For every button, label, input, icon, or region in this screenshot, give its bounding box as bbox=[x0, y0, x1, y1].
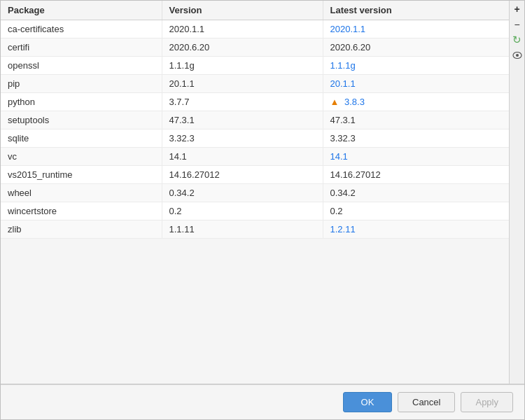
package-cell: vc bbox=[1, 148, 162, 166]
latest-version-cell: 14.16.27012 bbox=[323, 166, 509, 184]
table-row[interactable]: python3.7.7▲ 3.8.3 bbox=[1, 93, 509, 111]
apply-button[interactable]: Apply bbox=[461, 392, 513, 412]
package-cell: setuptools bbox=[1, 111, 162, 130]
table-row[interactable]: zlib1.1.111.2.11 bbox=[1, 220, 509, 239]
remove-package-button[interactable]: − bbox=[510, 18, 524, 31]
latest-version-cell: 3.32.3 bbox=[323, 130, 509, 148]
table-row[interactable]: vs2015_runtime14.16.2701214.16.27012 bbox=[1, 166, 509, 184]
svg-point-1 bbox=[516, 54, 519, 57]
package-cell: pip bbox=[1, 75, 162, 93]
table-row[interactable]: vc14.114.1 bbox=[1, 148, 509, 166]
table-area: Package Version Latest version ca-certif… bbox=[1, 1, 524, 384]
package-cell: vs2015_runtime bbox=[1, 166, 162, 184]
latest-version-cell: 1.1.1g bbox=[323, 57, 509, 75]
eye-button[interactable] bbox=[510, 48, 524, 62]
col-header-version: Version bbox=[162, 1, 323, 20]
version-cell: 3.7.7 bbox=[162, 93, 323, 111]
latest-version-link[interactable]: 1.1.1g bbox=[330, 60, 356, 71]
upgrade-icon: ▲ bbox=[330, 97, 342, 107]
package-cell: openssl bbox=[1, 57, 162, 75]
table-row[interactable]: openssl1.1.1g1.1.1g bbox=[1, 57, 509, 75]
latest-version-link[interactable]: 14.1 bbox=[330, 151, 348, 162]
table-row[interactable]: certifi2020.6.202020.6.20 bbox=[1, 38, 509, 57]
package-cell: wheel bbox=[1, 184, 162, 202]
ok-button[interactable]: OK bbox=[343, 392, 392, 412]
version-cell: 2020.6.20 bbox=[162, 38, 323, 57]
packages-table: Package Version Latest version ca-certif… bbox=[1, 1, 509, 239]
latest-version-cell: 0.2 bbox=[323, 202, 509, 220]
version-cell: 1.1.11 bbox=[162, 220, 323, 239]
package-cell: python bbox=[1, 93, 162, 111]
latest-version-cell: 0.34.2 bbox=[323, 184, 509, 202]
latest-version-cell: 2020.6.20 bbox=[323, 38, 509, 57]
add-package-button[interactable]: + bbox=[510, 2, 524, 16]
version-cell: 1.1.1g bbox=[162, 57, 323, 75]
latest-version-cell: 1.2.11 bbox=[323, 220, 509, 239]
latest-version-cell: 2020.1.1 bbox=[323, 20, 509, 38]
version-cell: 0.2 bbox=[162, 202, 323, 220]
package-cell: sqlite bbox=[1, 130, 162, 148]
version-cell: 20.1.1 bbox=[162, 75, 323, 93]
version-cell: 3.32.3 bbox=[162, 130, 323, 148]
table-row[interactable]: pip20.1.120.1.1 bbox=[1, 75, 509, 93]
version-cell: 14.16.27012 bbox=[162, 166, 323, 184]
latest-version-cell: 47.3.1 bbox=[323, 111, 509, 130]
version-cell: 0.34.2 bbox=[162, 184, 323, 202]
table-row[interactable]: setuptools47.3.147.3.1 bbox=[1, 111, 509, 130]
right-panel: + − ↻ bbox=[509, 1, 524, 384]
col-header-latest: Latest version bbox=[323, 1, 509, 20]
main-container: Package Version Latest version ca-certif… bbox=[0, 0, 525, 420]
table-row[interactable]: sqlite3.32.33.32.3 bbox=[1, 130, 509, 148]
version-cell: 47.3.1 bbox=[162, 111, 323, 130]
latest-version-link[interactable]: 20.1.1 bbox=[330, 78, 356, 89]
version-cell: 2020.1.1 bbox=[162, 20, 323, 38]
package-cell: wincertstore bbox=[1, 202, 162, 220]
version-cell: 14.1 bbox=[162, 148, 323, 166]
package-cell: zlib bbox=[1, 220, 162, 239]
footer: OK Cancel Apply bbox=[1, 384, 524, 419]
table-row[interactable]: wheel0.34.20.34.2 bbox=[1, 184, 509, 202]
table-row[interactable]: ca-certificates2020.1.12020.1.1 bbox=[1, 20, 509, 38]
latest-version-cell: 14.1 bbox=[323, 148, 509, 166]
latest-version-link[interactable]: 2020.1.1 bbox=[330, 24, 366, 34]
latest-version-value: 3.8.3 bbox=[344, 97, 365, 107]
refresh-button[interactable]: ↻ bbox=[510, 33, 524, 47]
col-header-package: Package bbox=[1, 1, 162, 20]
cancel-button[interactable]: Cancel bbox=[398, 392, 455, 412]
table-row[interactable]: wincertstore0.20.2 bbox=[1, 202, 509, 220]
package-cell: ca-certificates bbox=[1, 20, 162, 38]
latest-version-cell: 20.1.1 bbox=[323, 75, 509, 93]
latest-version-cell: ▲ 3.8.3 bbox=[323, 93, 509, 111]
package-cell: certifi bbox=[1, 38, 162, 57]
table-wrapper[interactable]: Package Version Latest version ca-certif… bbox=[1, 1, 509, 384]
latest-version-link[interactable]: 1.2.11 bbox=[330, 224, 356, 234]
